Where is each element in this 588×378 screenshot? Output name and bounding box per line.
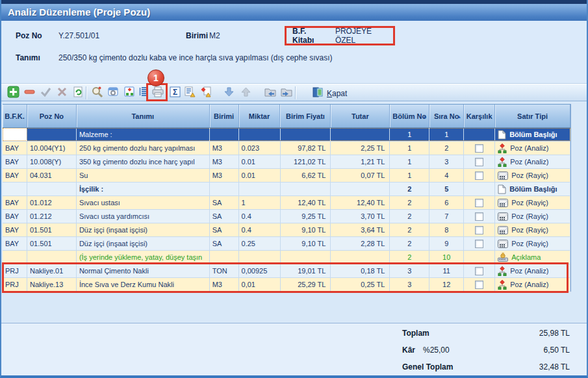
cell-tanimi[interactable]: 250 kg çimento dozlu harç yapılması: [77, 142, 210, 155]
cell-poz-no[interactable]: [27, 251, 77, 264]
cell-birim-fiyati[interactable]: [281, 251, 331, 264]
analysis-warning-button[interactable]: [198, 86, 214, 101]
cell-miktar[interactable]: [239, 128, 281, 141]
cell-miktar[interactable]: 0.01: [239, 155, 281, 168]
preview-button[interactable]: [105, 86, 121, 101]
column-header[interactable]: B.F.K.: [3, 105, 27, 127]
refresh-button[interactable]: [70, 86, 86, 101]
cell-poz-no[interactable]: [27, 183, 77, 195]
table-row[interactable]: PRJNakliye.01Normal Çimento NakliTON0,00…: [3, 264, 570, 278]
table-row[interactable]: BAY01.012Sıvacı ustasıSA112,40 TL12,40 T…: [3, 196, 570, 210]
column-header[interactable]: Tutar: [331, 105, 390, 127]
cell-tutar[interactable]: 3,70 TL: [331, 210, 390, 223]
table-row[interactable]: BAY10.004(Y1)250 kg çimento dozlu harç y…: [3, 142, 570, 155]
cell-satir-tipi[interactable]: Poz (Analiz): [495, 142, 570, 155]
cell-bolum-no[interactable]: 2: [390, 196, 429, 209]
cell-satir-tipi[interactable]: Poz (Rayiç): [495, 210, 570, 223]
cell-bolum-no[interactable]: 1: [390, 142, 429, 155]
cell-karsilik[interactable]: [464, 169, 495, 182]
cell-birim-fiyati[interactable]: 25,29 TL: [281, 278, 331, 291]
table-row[interactable]: PRJNakliye.13İnce Sıva ve Derz Kumu Nakl…: [3, 278, 570, 292]
cell-karsilik[interactable]: [464, 278, 495, 291]
cell-bfk[interactable]: BAY: [3, 169, 27, 182]
cell-tutar[interactable]: 2,28 TL: [331, 237, 390, 250]
cell-miktar[interactable]: [239, 183, 281, 195]
cell-tanimi[interactable]: Düz işçi (inşaat işçisi): [77, 223, 210, 236]
karsilik-checkbox[interactable]: [475, 281, 483, 289]
cell-poz-no[interactable]: Nakliye.01: [27, 264, 77, 277]
cell-tutar[interactable]: [331, 251, 390, 264]
cell-poz-no[interactable]: 01.012: [27, 196, 77, 209]
edit-note-button[interactable]: [182, 86, 198, 101]
column-header[interactable]: Karşılık: [464, 105, 495, 127]
cell-sira-no[interactable]: 9: [429, 237, 464, 250]
cell-poz-no[interactable]: 04.031: [27, 169, 77, 182]
karsilik-checkbox[interactable]: [475, 144, 483, 153]
cell-tutar[interactable]: [331, 128, 390, 141]
confirm-button[interactable]: [38, 86, 53, 101]
cell-bolum-no[interactable]: 2: [390, 223, 429, 236]
cell-karsilik[interactable]: [464, 128, 495, 141]
cell-bfk[interactable]: BAY: [3, 155, 27, 168]
cell-birim-fiyati[interactable]: 9,10 TL: [281, 223, 331, 236]
cell-bfk[interactable]: BAY: [3, 237, 27, 250]
cell-bolum-no[interactable]: 1: [390, 155, 429, 168]
cell-miktar[interactable]: 0.023: [239, 142, 281, 155]
cell-poz-no[interactable]: Nakliye.13: [27, 278, 77, 291]
cell-bolum-no[interactable]: 2: [390, 210, 429, 223]
cell-tanimi[interactable]: İşçilik :: [77, 183, 210, 195]
cell-bolum-no[interactable]: 2: [390, 183, 429, 195]
cell-tanimi[interactable]: Normal Çimento Nakli: [77, 264, 210, 277]
cell-birimi[interactable]: [210, 251, 239, 264]
cell-poz-no[interactable]: [27, 128, 77, 141]
cell-bolum-no[interactable]: 3: [390, 264, 429, 277]
remove-button[interactable]: [21, 86, 37, 101]
cell-birimi[interactable]: SA: [210, 210, 239, 223]
cell-karsilik[interactable]: [464, 183, 495, 195]
cell-satir-tipi[interactable]: Poz (Analiz): [495, 155, 570, 168]
cell-satir-tipi[interactable]: Poz (Rayiç): [495, 169, 570, 182]
cell-sira-no[interactable]: 3: [429, 155, 464, 168]
cell-tanimi[interactable]: 350 kg çimento dozlu ince harç yapıl: [77, 155, 210, 168]
cell-satir-tipi[interactable]: Bölüm Başlığı: [495, 128, 570, 141]
cell-tanimi[interactable]: (İş yerinde yükleme, yatay, düşey taşın: [77, 251, 210, 264]
cell-tanimi[interactable]: Düz işçi (inşaat işçisi): [77, 237, 210, 250]
cell-sira-no[interactable]: 7: [429, 210, 464, 223]
column-header[interactable]: Satır Tipi: [495, 105, 570, 127]
cell-tutar[interactable]: 0,07 TL: [331, 169, 390, 182]
cell-bfk[interactable]: BAY: [3, 223, 27, 236]
cell-karsilik[interactable]: [464, 142, 495, 155]
column-header[interactable]: Sıra No▲: [429, 105, 464, 127]
add-button[interactable]: [5, 86, 21, 101]
analysis-tree-button[interactable]: [121, 86, 137, 101]
cell-sira-no[interactable]: 1: [429, 128, 464, 141]
cell-birimi[interactable]: TON: [210, 264, 239, 277]
cell-satir-tipi[interactable]: Poz (Analiz): [495, 278, 570, 291]
cell-tutar[interactable]: 3,64 TL: [331, 223, 390, 236]
kapat-button[interactable]: Kapat: [308, 86, 351, 101]
cell-karsilik[interactable]: [464, 223, 495, 236]
cell-birimi[interactable]: SA: [210, 223, 239, 236]
cell-miktar[interactable]: 1: [239, 196, 281, 209]
cell-karsilik[interactable]: [464, 155, 495, 168]
cell-bfk[interactable]: [3, 251, 27, 264]
table-row[interactable]: Malzeme :11Bölüm Başlığı: [3, 128, 570, 142]
column-header[interactable]: Tanımı: [77, 105, 210, 127]
cell-birim-fiyati[interactable]: 6,62 TL: [281, 169, 331, 182]
cell-birim-fiyati[interactable]: 97,82 TL: [281, 142, 331, 155]
cell-miktar[interactable]: 0,00925: [239, 264, 281, 277]
cell-miktar[interactable]: 0,01: [239, 278, 281, 291]
cell-bfk[interactable]: PRJ: [3, 264, 27, 277]
column-header[interactable]: Birimi: [210, 105, 239, 127]
find-button[interactable]: [89, 86, 105, 101]
cell-tanimi[interactable]: Malzeme :: [77, 128, 210, 141]
cell-birimi[interactable]: [210, 128, 239, 141]
cell-bfk[interactable]: [3, 183, 27, 195]
cell-sira-no[interactable]: 8: [429, 223, 464, 236]
cell-tanimi[interactable]: Sıvacı ustası: [77, 196, 210, 209]
window-titlebar[interactable]: Analiz Düzenleme (Proje Pozu): [1, 4, 588, 21]
cell-birim-fiyati[interactable]: 9,10 TL: [281, 237, 331, 250]
cell-karsilik[interactable]: [464, 264, 495, 277]
cell-satir-tipi[interactable]: Poz (Rayiç): [495, 223, 570, 236]
cell-satir-tipi[interactable]: Açıklama: [495, 251, 570, 264]
